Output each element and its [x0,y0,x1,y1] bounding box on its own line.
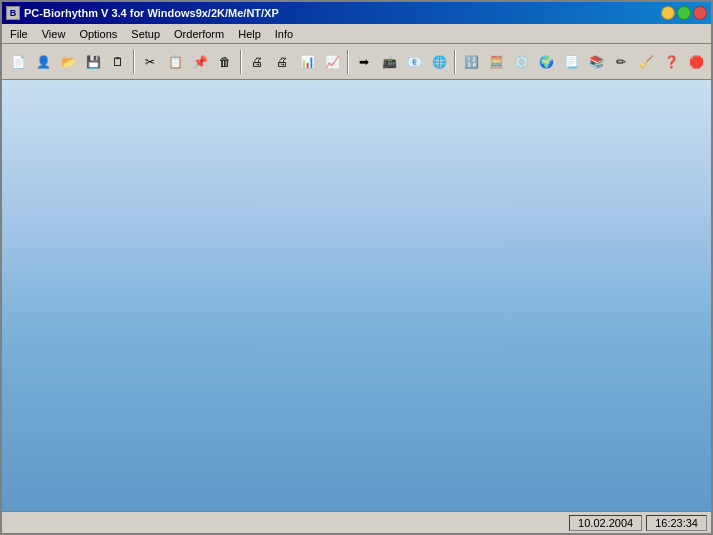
title-buttons [661,6,707,20]
main-window: B PC-Biorhythm V 3.4 for Windows9x/2K/Me… [0,0,713,535]
toolbar-fax[interactable]: 📠 [377,50,401,74]
toolbar-sep-3 [347,50,349,74]
menu-info[interactable]: Info [269,26,299,42]
menu-file[interactable]: File [4,26,34,42]
menu-setup[interactable]: Setup [125,26,166,42]
toolbar-paste[interactable]: 📌 [188,50,212,74]
toolbar-www[interactable]: 🌐 [427,50,451,74]
toolbar-sep-4 [454,50,456,74]
window-title: PC-Biorhythm V 3.4 for Windows9x/2K/Me/N… [24,7,279,19]
maximize-button[interactable] [677,6,691,20]
toolbar-save[interactable]: 💾 [81,50,105,74]
toolbar-calc2[interactable]: 🧮 [484,50,508,74]
toolbar-eraser[interactable]: 🧹 [634,50,658,74]
status-time: 16:23:34 [646,515,707,531]
toolbar-pages[interactable]: 📚 [584,50,608,74]
app-icon: B [6,6,20,20]
toolbar-cut[interactable]: ✂ [138,50,162,74]
toolbar-saveas[interactable]: 🗒 [106,50,130,74]
toolbar-new[interactable]: 📄 [6,50,30,74]
toolbar-printprev[interactable]: 🖨 [270,50,294,74]
toolbar-delete[interactable]: 🗑 [213,50,237,74]
menu-help[interactable]: Help [232,26,267,42]
toolbar-stop[interactable]: 🛑 [684,50,708,74]
toolbar-sep-2 [240,50,242,74]
title-bar-left: B PC-Biorhythm V 3.4 for Windows9x/2K/Me… [6,6,279,20]
toolbar-person[interactable]: 👤 [31,50,55,74]
toolbar-sep-1 [133,50,135,74]
toolbar-help[interactable]: ❓ [659,50,683,74]
toolbar-chart[interactable]: 📊 [295,50,319,74]
status-date: 10.02.2004 [569,515,642,531]
menu-bar: File View Options Setup Orderform Help I… [2,24,711,44]
menu-options[interactable]: Options [73,26,123,42]
toolbar-chartopt[interactable]: 📈 [320,50,344,74]
menu-view[interactable]: View [36,26,72,42]
minimize-button[interactable] [661,6,675,20]
toolbar-open[interactable]: 📂 [56,50,80,74]
toolbar-calc1[interactable]: 🔢 [459,50,483,74]
toolbar-edit[interactable]: ✏ [609,50,633,74]
toolbar-arrow[interactable]: ➡ [352,50,376,74]
main-content [2,80,711,511]
title-bar: B PC-Biorhythm V 3.4 for Windows9x/2K/Me… [2,2,711,24]
toolbar-mail[interactable]: 📧 [402,50,426,74]
toolbar-copy[interactable]: 📋 [163,50,187,74]
toolbar-print[interactable]: 🖨 [245,50,269,74]
toolbar-doc[interactable]: 📃 [559,50,583,74]
close-button[interactable] [693,6,707,20]
status-bar: 10.02.2004 16:23:34 [2,511,711,533]
toolbar-disk[interactable]: 💿 [509,50,533,74]
toolbar: 📄 👤 📂 💾 🗒 ✂ 📋 📌 🗑 🖨 🖨 📊 📈 ➡ 📠 📧 🌐 🔢 🧮 💿 … [2,44,711,80]
menu-orderform[interactable]: Orderform [168,26,230,42]
toolbar-globe[interactable]: 🌍 [534,50,558,74]
